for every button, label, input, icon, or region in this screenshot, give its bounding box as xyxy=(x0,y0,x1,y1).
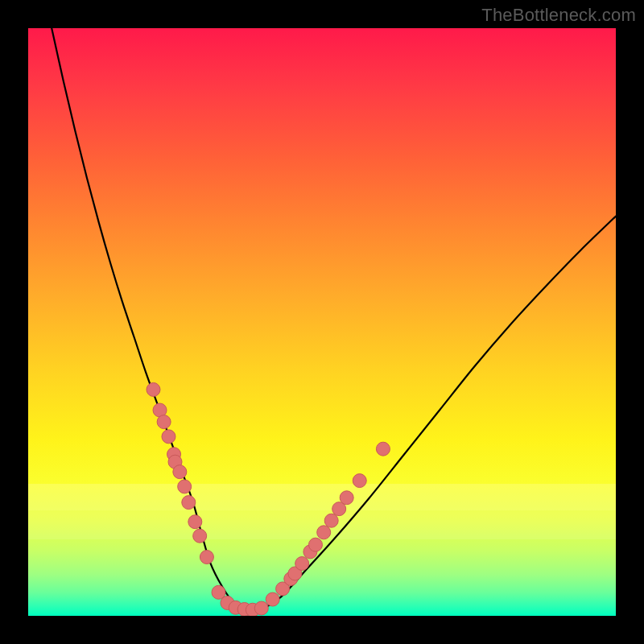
bottleneck-curve-path xyxy=(52,28,616,611)
curve-marker xyxy=(157,415,171,429)
curve-marker xyxy=(284,572,298,586)
watermark-text: TheBottleneck.com xyxy=(481,5,636,26)
curve-marker xyxy=(193,529,207,543)
curve-marker xyxy=(276,582,290,596)
curve-marker xyxy=(376,442,390,456)
curve-marker xyxy=(162,430,175,444)
curve-marker xyxy=(212,585,225,599)
curve-marker xyxy=(308,538,322,551)
curve-marker xyxy=(178,480,192,493)
curve-marker xyxy=(188,515,202,529)
curve-marker xyxy=(182,496,196,510)
bottleneck-curve-svg xyxy=(28,28,616,616)
curve-marker xyxy=(317,526,331,539)
curve-marker xyxy=(168,455,182,469)
curve-marker xyxy=(324,514,338,527)
plot-area xyxy=(28,28,616,616)
curve-markers xyxy=(147,382,390,616)
curve-marker xyxy=(237,602,251,616)
curve-marker xyxy=(153,403,167,417)
haze-band-lower xyxy=(28,510,616,540)
curve-marker xyxy=(200,551,213,564)
curve-marker xyxy=(221,596,234,609)
curve-marker xyxy=(340,491,353,505)
curve-marker xyxy=(295,557,309,571)
curve-marker xyxy=(332,502,346,516)
curve-marker xyxy=(147,382,160,396)
haze-band-upper xyxy=(28,484,616,510)
curve-marker xyxy=(167,448,181,461)
curve-marker xyxy=(266,592,279,606)
curve-marker xyxy=(229,601,242,614)
curve-marker xyxy=(303,545,317,559)
curve-marker xyxy=(173,465,187,479)
curve-marker xyxy=(246,603,259,616)
chart-frame: TheBottleneck.com xyxy=(0,0,644,644)
curve-marker xyxy=(353,474,366,488)
curve-marker xyxy=(254,601,268,615)
curve-marker xyxy=(288,567,302,580)
